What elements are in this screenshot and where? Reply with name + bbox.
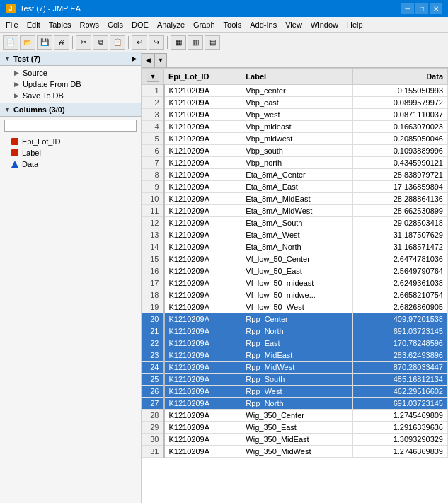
cols-button[interactable]: ▥ [188,35,203,50]
redo-button[interactable]: ↪ [149,35,164,50]
table-row[interactable]: 28 K1210209A Wig_350_Center 1.2745469809 [142,410,448,422]
scroll-left-button[interactable]: ◀ [142,53,154,67]
menu-item-file[interactable]: File [1,19,23,30]
column-search[interactable] [4,120,137,132]
copy-button[interactable]: ⧉ [93,35,108,50]
expand-icon: ▶ [132,55,137,62]
data-area: ◀ ▼ ▼ Epi_Lot_ID Label Data 1 [142,52,448,503]
cell-data: 28.288864136 [353,193,448,205]
col-name-label: Label [22,149,41,157]
table-row[interactable]: 6 K1210209A Vbp_south 0.1093889996 [142,145,448,157]
menu-item-cols[interactable]: Cols [103,19,127,30]
col-name-data: Data [22,160,38,168]
table-row[interactable]: 10 K1210209A Eta_8mA_MidEast 28.28886413… [142,193,448,205]
table-row[interactable]: 1 K1210209A Vbp_center 0.155050993 [142,85,448,97]
table-row[interactable]: 8 K1210209A Eta_8mA_Center 28.838979721 [142,169,448,181]
print-button[interactable]: 🖨 [54,35,69,50]
table-row[interactable]: 17 K1210209A Vf_low_50_mideast 2.6249361… [142,277,448,289]
update-db-item[interactable]: ▶ Update From DB [0,79,141,90]
table-row[interactable]: 12 K1210209A Eta_8mA_South 29.028503418 [142,217,448,229]
cell-data: 17.136859894 [353,181,448,193]
col-dropdown-button[interactable]: ▼ [154,53,167,67]
columns-title: Columns (3/0) [13,105,65,114]
save-db-item[interactable]: ▶ Save To DB [0,90,141,101]
scroll-header: ◀ ▼ [142,52,448,68]
cell-data: 170.78248596 [353,337,448,349]
table-row[interactable]: 23 K1210209A Rpp_MidEast 283.62493896 [142,349,448,362]
table-row[interactable]: 2 K1210209A Vbp_east 0.0899579972 [142,97,448,109]
table-row[interactable]: 3 K1210209A Vbp_west 0.0871110037 [142,109,448,121]
col-item-data[interactable]: Data [0,158,141,170]
menu-item-tables[interactable]: Tables [45,19,76,30]
rows-button[interactable]: ▤ [205,35,220,50]
menu-item-edit[interactable]: Edit [23,19,45,30]
cell-epi: K1210209A [164,193,241,205]
table-row[interactable]: 21 K1210209A Rpp_North 691.03723145 [142,325,448,337]
table-row[interactable]: 27 K1210209A Rpp_North 691.03723145 [142,398,448,410]
col-header-data[interactable]: Data [353,69,448,85]
menu-item-graph[interactable]: Graph [189,19,219,30]
cut-button[interactable]: ✂ [76,35,91,50]
table-row[interactable]: 14 K1210209A Eta_8mA_North 31.168571472 [142,241,448,253]
col-icon-data [11,161,18,168]
table-row[interactable]: 18 K1210209A Vf_low_50_midwe... 2.665821… [142,289,448,301]
cell-label: Eta_8mA_MidEast [241,193,353,205]
minimize-button[interactable]: ─ [401,3,414,14]
table-row[interactable]: 4 K1210209A Vbp_mideast 0.1663070023 [142,121,448,133]
row-number: 6 [142,145,164,157]
table-button[interactable]: ▦ [171,35,186,50]
table-row[interactable]: 24 K1210209A Rpp_MidWest 870.28033447 [142,362,448,374]
table-row[interactable]: 16 K1210209A Vf_low_50_East 2.5649790764 [142,265,448,277]
table-row[interactable]: 25 K1210209A Rpp_South 485.16812134 [142,374,448,386]
test-arrow: ▼ [4,55,11,62]
maximize-button[interactable]: □ [415,3,428,14]
table-row[interactable]: 20 K1210209A Rpp_Center 409.97201538 [142,313,448,325]
columns-header[interactable]: ▼ Columns (3/0) [0,103,141,117]
table-row[interactable]: 26 K1210209A Rpp_West 462.29516602 [142,386,448,398]
menu-item-tools[interactable]: Tools [219,19,246,30]
table-row[interactable]: 15 K1210209A Vf_low_50_Center 2.64747810… [142,253,448,265]
row-number: 28 [142,410,164,422]
menu-item-addins[interactable]: Add-Ins [246,19,281,30]
table-row[interactable]: 19 K1210209A Vf_low_50_West 2.6826860905 [142,301,448,313]
table-row[interactable]: 29 K1210209A Wig_350_East 1.2916339636 [142,422,448,434]
row-number: 30 [142,434,164,446]
table-row[interactable]: 11 K1210209A Eta_8mA_MidWest 28.66253089… [142,205,448,217]
col-header-label[interactable]: Label [241,69,353,85]
row-number: 3 [142,109,164,121]
menu-item-analyze[interactable]: Analyze [153,19,189,30]
menu-item-rows[interactable]: Rows [76,19,104,30]
menu-item-help[interactable]: Help [343,19,367,30]
col-item-epi[interactable]: Epi_Lot_ID [0,136,141,147]
menu-item-doe[interactable]: DOE [127,19,153,30]
close-button[interactable]: ✕ [430,3,442,14]
data-table-container[interactable]: ▼ Epi_Lot_ID Label Data 1 K1210209A Vbp_… [142,68,448,503]
col-header-epi[interactable]: Epi_Lot_ID [164,69,241,85]
table-row[interactable]: 13 K1210209A Eta_8mA_West 31.187507629 [142,229,448,241]
table-row[interactable]: 22 K1210209A Rpp_East 170.78248596 [142,337,448,349]
cell-data: 283.62493896 [353,349,448,362]
cell-label: Vf_low_50_mideast [241,277,353,289]
paste-button[interactable]: 📋 [110,35,125,50]
test-header[interactable]: ▼ Test (7) ▶ [0,52,141,66]
table-row[interactable]: 7 K1210209A Vbp_north 0.4345990121 [142,157,448,169]
table-row[interactable]: 5 K1210209A Vbp_midwest 0.2085050046 [142,133,448,145]
cell-label: Wig_350_Center [241,410,353,422]
new-button[interactable]: 📄 [3,35,18,50]
row-dropdown-header[interactable]: ▼ [147,71,159,82]
source-item[interactable]: ▶ Source [0,67,141,79]
menu-item-window[interactable]: Window [306,19,343,30]
cell-label: Vbp_east [241,97,353,109]
col-name-epi: Epi_Lot_ID [22,137,60,146]
row-number: 19 [142,301,164,313]
source-label: Source [23,69,47,77]
undo-button[interactable]: ↩ [132,35,147,50]
open-button[interactable]: 📂 [20,35,35,50]
table-row[interactable]: 31 K1210209A Wig_350_MidWest 1.274636983… [142,446,448,458]
col-item-label[interactable]: Label [0,147,141,158]
save-button[interactable]: 💾 [37,35,52,50]
table-row[interactable]: 30 K1210209A Wig_350_MidEast 1.309329032… [142,434,448,446]
menu-item-view[interactable]: View [281,19,306,30]
cell-label: Vbp_center [241,85,353,97]
table-row[interactable]: 9 K1210209A Eta_8mA_East 17.136859894 [142,181,448,193]
